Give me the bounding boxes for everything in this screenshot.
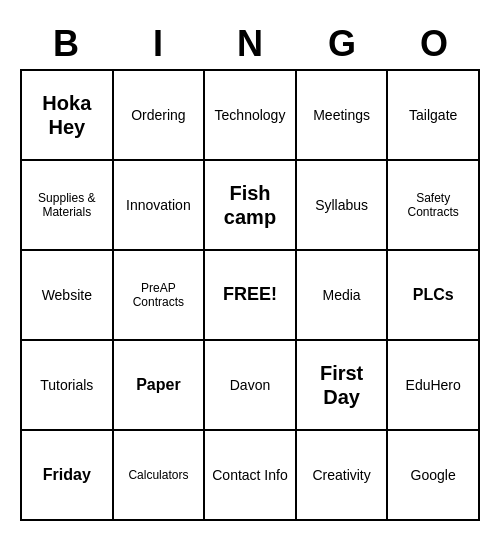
cell-3-3: First Day (297, 341, 389, 431)
cell-0-4: Tailgate (388, 71, 480, 161)
cell-3-4: EduHero (388, 341, 480, 431)
cell-2-2: FREE! (205, 251, 297, 341)
cell-0-2: Technology (205, 71, 297, 161)
cell-2-3: Media (297, 251, 389, 341)
bingo-title: B I N G O (20, 23, 480, 65)
cell-0-0: Hoka Hey (22, 71, 114, 161)
cell-1-3: Syllabus (297, 161, 389, 251)
cell-1-4: Safety Contracts (388, 161, 480, 251)
title-n: N (206, 23, 294, 65)
cell-2-0: Website (22, 251, 114, 341)
bingo-card: B I N G O Hoka HeyOrderingTechnologyMeet… (20, 23, 480, 521)
cell-2-4: PLCs (388, 251, 480, 341)
cell-0-3: Meetings (297, 71, 389, 161)
cell-3-1: Paper (114, 341, 206, 431)
cell-1-2: Fish camp (205, 161, 297, 251)
cell-3-0: Tutorials (22, 341, 114, 431)
cell-0-1: Ordering (114, 71, 206, 161)
cell-4-2: Contact Info (205, 431, 297, 521)
title-g: G (298, 23, 386, 65)
title-i: I (114, 23, 202, 65)
cell-4-1: Calculators (114, 431, 206, 521)
cell-1-1: Innovation (114, 161, 206, 251)
title-o: O (390, 23, 478, 65)
cell-4-0: Friday (22, 431, 114, 521)
title-b: B (22, 23, 110, 65)
cell-4-3: Creativity (297, 431, 389, 521)
cell-4-4: Google (388, 431, 480, 521)
cell-1-0: Supplies & Materials (22, 161, 114, 251)
cell-3-2: Davon (205, 341, 297, 431)
cell-2-1: PreAP Contracts (114, 251, 206, 341)
bingo-grid: Hoka HeyOrderingTechnologyMeetingsTailga… (20, 69, 480, 521)
